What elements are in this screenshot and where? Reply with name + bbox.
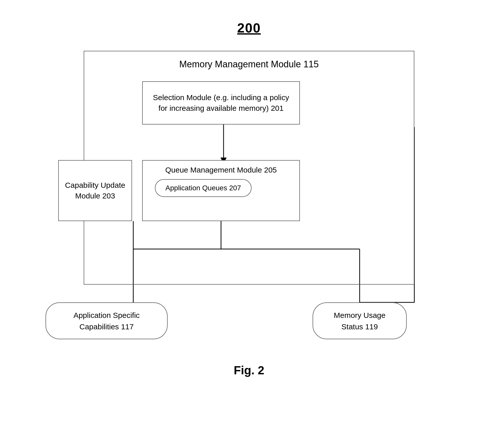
app-capabilities-label: Application SpecificCapabilities 117 xyxy=(74,310,140,332)
diagram-title: 200 xyxy=(237,20,261,36)
memory-status-pill: Memory UsageStatus 119 xyxy=(313,302,407,339)
outer-module-label: Memory Management Module 115 xyxy=(84,59,414,70)
selection-module-label: Selection Module (e.g. including a polic… xyxy=(150,90,291,116)
page-container: 200 xyxy=(0,0,498,448)
capability-module-label: Capability UpdateModule 203 xyxy=(63,177,128,204)
fig-label: Fig. 2 xyxy=(234,363,264,377)
selection-module-box: Selection Module (e.g. including a polic… xyxy=(142,81,300,125)
app-queues-pill: Application Queues 207 xyxy=(155,179,252,197)
app-capabilities-pill: Application SpecificCapabilities 117 xyxy=(46,302,168,339)
queue-module-label: Queue Management Module 205 xyxy=(143,161,299,174)
app-queues-label: Application Queues 207 xyxy=(165,184,241,192)
memory-status-label: Memory UsageStatus 119 xyxy=(334,310,385,332)
diagram-area: Memory Management Module 115 Selection M… xyxy=(46,51,452,356)
capability-module-box: Capability UpdateModule 203 xyxy=(58,160,132,221)
